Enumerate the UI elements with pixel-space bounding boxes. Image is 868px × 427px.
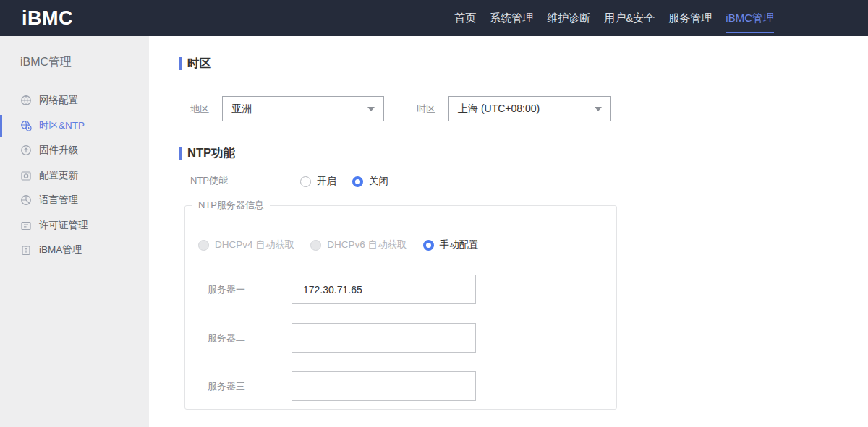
section-accent-bar — [179, 57, 182, 70]
radio-label: DHCPv6 自动获取 — [327, 238, 407, 251]
globe-icon — [20, 95, 32, 106]
nav-item-ibmc-management[interactable]: iBMC管理 — [726, 0, 774, 36]
ntp-enable-on-radio[interactable]: 开启 — [300, 175, 336, 188]
main-content: 时区 地区 亚洲 时区 上海 (UTC+08:00) NTP功能 NTP使能 开… — [149, 36, 868, 427]
app-header: iBMC 首页 系统管理 维护诊断 用户&安全 服务管理 iBMC管理 — [0, 0, 868, 36]
timezone-clock-icon — [20, 120, 32, 131]
radio-label: 手动配置 — [440, 238, 479, 251]
ntp-enable-off-radio[interactable]: 关闭 — [352, 175, 388, 188]
firmware-upgrade-icon — [20, 145, 32, 156]
sidebar-title: iBMC管理 — [20, 55, 72, 70]
sidebar-item-network-config[interactable]: 网络配置 — [0, 88, 149, 113]
radio-icon — [300, 176, 311, 187]
timezone-select-value: 上海 (UTC+08:00) — [458, 103, 595, 116]
sidebar: iBMC管理 网络配置 时区&NTP — [0, 36, 149, 427]
radio-icon — [352, 176, 363, 187]
server2-input[interactable] — [292, 323, 476, 353]
timezone-label: 时区 — [417, 96, 435, 121]
sidebar-item-label: 语言管理 — [39, 194, 78, 207]
sidebar-item-language-management[interactable]: 语言管理 — [0, 188, 149, 213]
section-accent-bar — [179, 147, 182, 160]
server3-label: 服务器三 — [208, 371, 245, 401]
sidebar-item-label: 固件升级 — [39, 144, 78, 157]
radio-icon — [310, 240, 321, 251]
sidebar-item-firmware-upgrade[interactable]: 固件升级 — [0, 138, 149, 163]
sidebar-item-timezone-ntp[interactable]: 时区&NTP — [0, 113, 149, 139]
ntp-section-header: NTP功能 — [179, 145, 235, 161]
license-icon — [20, 220, 32, 231]
ibma-clipboard-icon — [20, 244, 32, 256]
config-update-icon — [20, 170, 32, 181]
ntp-enable-label: NTP使能 — [190, 175, 228, 186]
region-select-value: 亚洲 — [231, 103, 367, 116]
sidebar-item-ibma-management[interactable]: iBMA管理 — [0, 238, 149, 263]
sidebar-item-label: 网络配置 — [39, 94, 78, 107]
nav-item-system-management[interactable]: 系统管理 — [490, 0, 533, 36]
ntp-server-mode-radio-group: DHCPv4 自动获取 DHCPv6 自动获取 手动配置 — [198, 238, 479, 251]
sidebar-item-label: 配置更新 — [39, 169, 78, 182]
radio-label: 开启 — [317, 175, 336, 188]
server1-input[interactable] — [292, 275, 476, 304]
radio-icon — [423, 240, 434, 251]
nav-item-service-management[interactable]: 服务管理 — [668, 0, 712, 36]
timezone-select[interactable]: 上海 (UTC+08:00) — [448, 96, 611, 121]
radio-label: DHCPv4 自动获取 — [215, 238, 294, 251]
sidebar-item-label: 许可证管理 — [39, 219, 88, 232]
sidebar-item-license-management[interactable]: 许可证管理 — [0, 213, 149, 238]
server1-label: 服务器一 — [208, 275, 245, 304]
ntp-section-title: NTP功能 — [187, 145, 235, 161]
nav-item-user-security[interactable]: 用户&安全 — [604, 0, 655, 36]
language-icon — [20, 194, 32, 206]
sidebar-item-label: iBMA管理 — [39, 243, 82, 256]
sidebar-item-config-update[interactable]: 配置更新 — [0, 163, 149, 189]
caret-down-icon — [367, 107, 375, 111]
server3-input[interactable] — [292, 371, 476, 401]
main-nav: 首页 系统管理 维护诊断 用户&安全 服务管理 iBMC管理 — [454, 0, 774, 36]
radio-icon — [198, 240, 209, 251]
sidebar-menu: 网络配置 时区&NTP 固件升级 — [0, 88, 149, 263]
ntp-server-fieldset-legend: NTP服务器信息 — [192, 199, 270, 212]
timezone-section-header: 时区 — [179, 56, 211, 72]
region-select[interactable]: 亚洲 — [222, 96, 384, 121]
manual-config-radio[interactable]: 手动配置 — [423, 238, 479, 251]
radio-label: 关闭 — [369, 175, 388, 188]
ntp-enable-radio-group: 开启 关闭 — [300, 175, 388, 188]
server2-label: 服务器二 — [208, 323, 245, 353]
nav-item-home[interactable]: 首页 — [454, 0, 476, 36]
caret-down-icon — [595, 107, 602, 111]
dhcpv6-auto-radio[interactable]: DHCPv6 自动获取 — [310, 238, 407, 251]
sidebar-item-label: 时区&NTP — [39, 119, 85, 132]
ntp-server-fieldset: NTP服务器信息 DHCPv4 自动获取 DHCPv6 自动获取 手动配置 服务… — [184, 199, 617, 410]
nav-item-maintenance-diagnosis[interactable]: 维护诊断 — [547, 0, 590, 36]
dhcpv4-auto-radio[interactable]: DHCPv4 自动获取 — [198, 238, 294, 251]
ibmc-logo: iBMC — [22, 7, 73, 30]
timezone-section-title: 时区 — [187, 56, 211, 72]
region-label: 地区 — [190, 96, 209, 121]
